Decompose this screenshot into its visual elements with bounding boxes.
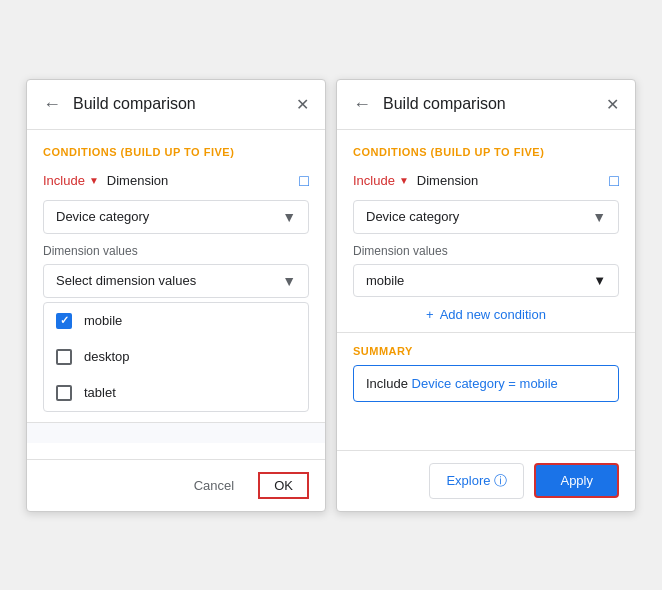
panel-right: ← Build comparison ✕ CONDITIONS (BUILD U… [336, 79, 636, 512]
dropdown-item-mobile[interactable]: mobile [44, 303, 308, 339]
close-icon-left[interactable]: ✕ [296, 95, 309, 114]
selected-value-caret-right: ▼ [593, 273, 606, 288]
item-tablet-label: tablet [84, 385, 116, 400]
panel-right-body: CONDITIONS (BUILD UP TO FIVE) Include ▼ … [337, 130, 635, 450]
explore-help-icon: ⓘ [494, 472, 507, 490]
su-bar-left [27, 423, 325, 443]
panel-left-footer: Cancel OK [27, 459, 325, 511]
item-desktop-label: desktop [84, 349, 130, 364]
ok-button-left[interactable]: OK [258, 472, 309, 499]
copy-icon-left[interactable]: □ [299, 172, 309, 190]
checkbox-mobile[interactable] [56, 313, 72, 329]
panel-left: ← Build comparison ✕ CONDITIONS (BUILD U… [26, 79, 326, 512]
dimension-values-select-left[interactable]: Select dimension values ▼ [43, 264, 309, 298]
dropdown-list-left: mobile desktop tablet [43, 302, 309, 412]
divider-right [337, 332, 635, 333]
item-mobile-label: mobile [84, 313, 122, 328]
include-label-right: Include [353, 173, 395, 188]
panel-left-title: Build comparison [73, 95, 296, 113]
explore-label: Explore [446, 473, 490, 488]
device-category-select-left[interactable]: Device category ▼ [43, 200, 309, 234]
panel-right-header: ← Build comparison ✕ [337, 80, 635, 130]
apply-button[interactable]: Apply [534, 463, 619, 498]
device-category-value-right: Device category [366, 209, 459, 224]
add-condition-button[interactable]: + Add new condition [353, 307, 619, 322]
summary-box: Include Device category = mobile [353, 365, 619, 402]
include-button-left[interactable]: Include ▼ [43, 173, 99, 188]
checkbox-desktop[interactable] [56, 349, 72, 365]
include-caret-right: ▼ [399, 175, 409, 186]
condition-row-right: Include ▼ Dimension □ [353, 172, 619, 190]
panel-right-footer: Explore ⓘ Apply [337, 450, 635, 511]
summary-include-word: Include [366, 376, 408, 391]
cancel-button-left[interactable]: Cancel [182, 472, 246, 499]
device-category-caret-right: ▼ [592, 209, 606, 225]
dimension-label-left: Dimension [107, 173, 168, 188]
summary-value: Device category = mobile [408, 376, 558, 391]
condition-row-left: Include ▼ Dimension □ [43, 172, 309, 190]
summary-section: SUMMARY Include Device category = mobile [353, 345, 619, 402]
dimension-values-label-right: Dimension values [353, 244, 619, 258]
back-arrow-right[interactable]: ← [353, 94, 371, 115]
dimension-values-label-left: Dimension values [43, 244, 309, 258]
selected-value-right: mobile [366, 273, 404, 288]
summary-title: SUMMARY [353, 345, 619, 357]
footer-actions-right: Explore ⓘ Apply [429, 463, 619, 499]
include-button-right[interactable]: Include ▼ [353, 173, 409, 188]
checkbox-tablet[interactable] [56, 385, 72, 401]
include-caret-left: ▼ [89, 175, 99, 186]
conditions-label-right: CONDITIONS (BUILD UP TO FIVE) [353, 146, 619, 158]
include-label-left: Include [43, 173, 85, 188]
panel-right-title: Build comparison [383, 95, 606, 113]
copy-icon-right[interactable]: □ [609, 172, 619, 190]
panel-left-body: CONDITIONS (BUILD UP TO FIVE) Include ▼ … [27, 130, 325, 459]
back-arrow-left[interactable]: ← [43, 94, 61, 115]
selected-value-field-right[interactable]: mobile ▼ [353, 264, 619, 297]
device-category-value-left: Device category [56, 209, 149, 224]
plus-icon: + [426, 307, 434, 322]
explore-button[interactable]: Explore ⓘ [429, 463, 524, 499]
close-icon-right[interactable]: ✕ [606, 95, 619, 114]
device-category-caret-left: ▼ [282, 209, 296, 225]
panel-left-header: ← Build comparison ✕ [27, 80, 325, 130]
dropdown-item-desktop[interactable]: desktop [44, 339, 308, 375]
conditions-label-left: CONDITIONS (BUILD UP TO FIVE) [43, 146, 309, 158]
add-condition-label: Add new condition [440, 307, 546, 322]
dropdown-item-tablet[interactable]: tablet [44, 375, 308, 411]
dimension-label-right: Dimension [417, 173, 478, 188]
dimension-values-placeholder-left: Select dimension values [56, 273, 196, 288]
dimension-values-caret-left: ▼ [282, 273, 296, 289]
device-category-select-right[interactable]: Device category ▼ [353, 200, 619, 234]
